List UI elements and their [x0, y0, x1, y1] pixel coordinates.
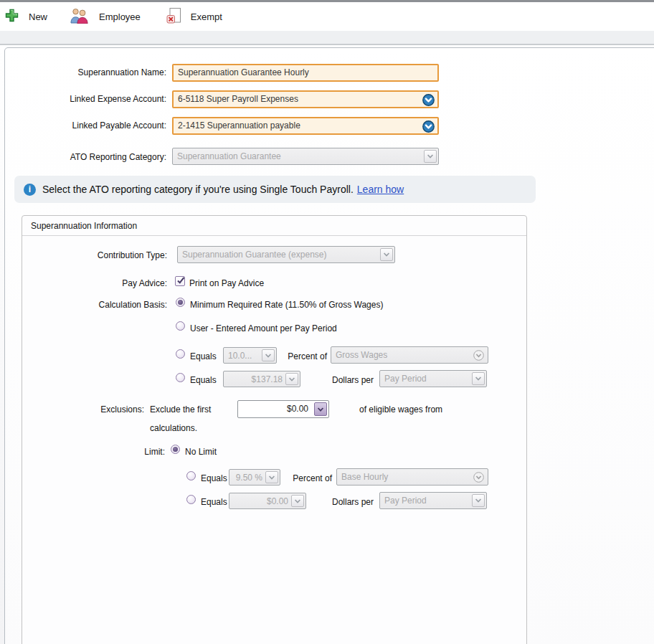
- limit-percent-value-select: 9.50 %: [229, 469, 280, 486]
- linked-payable-account-label: Linked Payable Account:: [14, 120, 166, 131]
- linked-expense-account-label: Linked Expense Account:: [14, 94, 166, 104]
- user-entered-amount-radio[interactable]: [176, 321, 185, 331]
- superannuation-name-input[interactable]: Superannuation Guarantee Hourly: [172, 64, 439, 82]
- chevron-down-icon: [472, 372, 485, 385]
- calc-equals-percent-radio[interactable]: [176, 349, 185, 359]
- no-limit-radio[interactable]: [171, 445, 180, 454]
- limit-dollars-per-label: Dollars per: [322, 497, 374, 507]
- limit-percent-of-label: Percent of: [280, 473, 332, 483]
- toolbar-exempt-label: Exempt: [191, 11, 222, 22]
- toolbar: New Employee Exempt: [0, 0, 654, 31]
- ato-reporting-category-select: Superannuation Guarantee: [172, 148, 439, 165]
- print-on-pay-advice-checkbox[interactable]: [175, 276, 185, 286]
- chevron-down-icon: [291, 495, 304, 507]
- exclusions-label: Exclusions:: [22, 404, 144, 415]
- limit-equals-dollars-radio[interactable]: [186, 495, 196, 504]
- linked-expense-account-input[interactable]: 6-5118 Super Payroll Expenses: [172, 90, 439, 108]
- calc-percent-value-select: 10.0...: [223, 347, 277, 364]
- contribution-type-select: Superannuation Guarantee (expense): [177, 246, 395, 263]
- chevron-down-icon[interactable]: [314, 402, 327, 416]
- limit-percent-basis-select: Base Hourly: [336, 468, 488, 486]
- chevron-down-icon: [380, 248, 393, 261]
- toolbar-employee-button[interactable]: Employee: [69, 8, 141, 26]
- minimum-required-rate-radio[interactable]: [176, 298, 185, 307]
- calculation-basis-label: Calculation Basis:: [22, 300, 167, 310]
- account-dropdown-icon[interactable]: [422, 120, 435, 133]
- toolbar-new-label: New: [29, 11, 47, 22]
- calc-equals-dollars-radio[interactable]: [176, 373, 185, 382]
- user-entered-amount-option-label: User - Entered Amount per Pay Period: [190, 323, 337, 333]
- limit-equals-percent-label: Equals: [201, 473, 227, 483]
- learn-how-link[interactable]: Learn how: [357, 184, 404, 195]
- pay-advice-label: Pay Advice:: [22, 278, 167, 288]
- limit-label: Limit:: [22, 447, 165, 457]
- limit-equals-dollars-label: Equals: [201, 497, 227, 507]
- circle-chevron-down-icon: [473, 350, 484, 361]
- chevron-down-icon: [262, 349, 275, 361]
- chevron-down-icon: [285, 373, 298, 385]
- exclusions-text-after: of eligible wages from: [359, 404, 442, 415]
- calc-dollars-period-select: Pay Period: [379, 370, 487, 387]
- contribution-type-label: Contribution Type:: [22, 250, 167, 260]
- employees-icon: [69, 8, 90, 26]
- account-dropdown-icon[interactable]: [422, 94, 435, 106]
- exempt-icon: [166, 7, 181, 26]
- superannuation-name-label: Superannuation Name:: [14, 67, 166, 77]
- limit-equals-percent-radio[interactable]: [186, 471, 196, 480]
- chevron-down-icon: [265, 471, 278, 483]
- superannuation-information-group: Superannuation Information Contribution …: [22, 215, 527, 644]
- toolbar-employee-label: Employee: [99, 11, 141, 22]
- calc-percent-basis-select: Gross Wages: [331, 346, 488, 364]
- toolbar-new-button[interactable]: New: [4, 8, 47, 25]
- calc-dollars-value-select: $137.18: [223, 371, 300, 387]
- toolbar-separator-band: [0, 31, 654, 45]
- exclusions-amount-select[interactable]: $0.00: [237, 400, 329, 418]
- calc-equals-percent-label: Equals: [190, 351, 217, 361]
- info-bar: i Select the ATO reporting category if y…: [14, 176, 536, 203]
- plus-icon: [4, 8, 19, 25]
- limit-dollars-value-select: $0.00: [229, 493, 306, 509]
- info-icon: i: [24, 184, 36, 196]
- exclusions-text-after-2: calculations.: [150, 423, 197, 433]
- calc-dollars-per-label: Dollars per: [322, 375, 374, 385]
- ato-reporting-category-label: ATO Reporting Category:: [14, 152, 166, 162]
- chevron-down-icon: [424, 150, 437, 163]
- limit-dollars-period-select: Pay Period: [379, 492, 487, 509]
- calc-equals-dollars-label: Equals: [190, 375, 217, 385]
- exclusions-text-before: Exclude the first: [150, 404, 211, 415]
- circle-chevron-down-icon: [473, 472, 484, 483]
- group-title-separator: [22, 235, 526, 236]
- group-title: Superannuation Information: [31, 221, 137, 231]
- linked-payable-account-input[interactable]: 2-1415 Superannuation payable: [172, 117, 439, 135]
- no-limit-option-label: No Limit: [185, 447, 217, 457]
- print-on-pay-advice-option-label: Print on Pay Advice: [189, 278, 264, 288]
- minimum-required-rate-option-label: Minimum Required Rate (11.50% of Gross W…: [190, 300, 383, 310]
- toolbar-exempt-button[interactable]: Exempt: [166, 7, 222, 26]
- chevron-down-icon: [472, 494, 485, 507]
- calc-percent-of-label: Percent of: [275, 351, 327, 361]
- info-bar-text: Select the ATO reporting category if you…: [42, 184, 354, 195]
